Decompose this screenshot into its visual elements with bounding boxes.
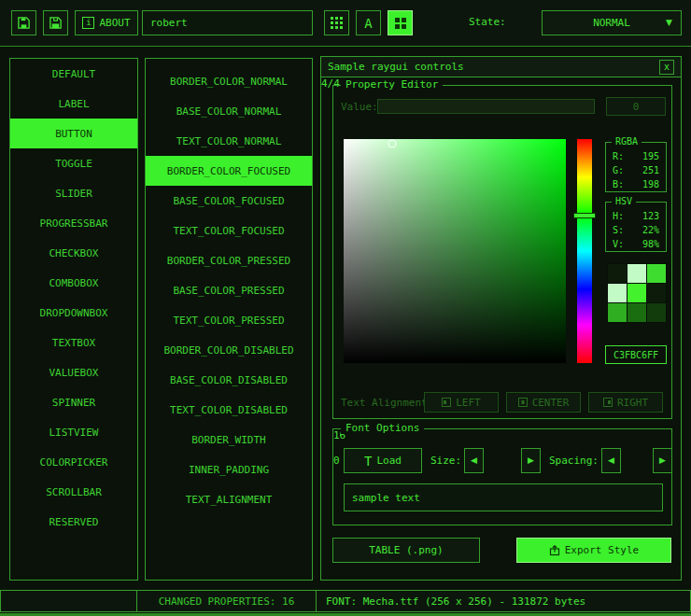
align-center-label: CENTER [532, 397, 570, 409]
property-list-item[interactable]: TEXT_COLOR_FOCUSED [146, 216, 312, 245]
close-icon[interactable]: x [659, 60, 674, 75]
spacing-increase-button[interactable]: ▶ [653, 448, 672, 473]
state-dropdown-value: NORMAL [593, 17, 630, 29]
property-list-item[interactable]: BASE_COLOR_NORMAL [146, 96, 312, 126]
sample-text-input[interactable] [344, 483, 663, 511]
align-right-button[interactable]: RIGHT [588, 392, 663, 413]
controls-list-item[interactable]: DROPDOWNBOX [10, 298, 137, 328]
color-swatch[interactable] [608, 284, 627, 302]
controls-view-button[interactable] [388, 10, 413, 35]
export-format-dropdown[interactable]: TABLE (.png) [332, 538, 480, 563]
text-alignment-label: Text Alignment [341, 397, 428, 409]
controls-list-item-selected[interactable]: BUTTON [10, 119, 137, 148]
controls-list-item[interactable]: SPINNER [10, 387, 137, 417]
align-center-icon [518, 398, 528, 407]
g-label: G: [613, 163, 624, 177]
value-slider [377, 99, 595, 114]
hex-color-field[interactable]: C3FBC6FF [605, 345, 667, 364]
style-table-button[interactable] [324, 10, 349, 35]
sv-cursor[interactable] [388, 139, 397, 147]
h-value: 123 [642, 209, 659, 223]
hsv-group-label: HSV [612, 196, 636, 206]
statusbar-left [0, 590, 137, 612]
property-list-item[interactable]: BASE_COLOR_FOCUSED [146, 186, 312, 216]
color-swatch[interactable] [608, 303, 627, 322]
property-list-item[interactable]: TEXT_ALIGNMENT [146, 484, 312, 514]
font-preview-button[interactable]: A [356, 10, 381, 35]
property-list-item[interactable]: BASE_COLOR_DISABLED [146, 365, 312, 395]
about-button[interactable]: i ABOUT [75, 10, 138, 35]
size-decrease-button[interactable]: ◀ [464, 448, 484, 473]
b-label: B: [613, 177, 624, 191]
v-label: V: [613, 237, 624, 251]
property-list-item-selected[interactable]: BORDER_COLOR_FOCUSED [146, 156, 312, 186]
window-titlebar[interactable]: Sample raygui controls x [321, 57, 681, 77]
property-list-item[interactable]: TEXT_COLOR_NORMAL [146, 126, 312, 156]
color-swatch[interactable] [647, 264, 666, 283]
s-label: S: [613, 223, 624, 237]
color-swatch[interactable] [647, 284, 666, 302]
controls-list-item[interactable]: COMBOBOX [10, 268, 137, 298]
style-color-grid [607, 263, 667, 323]
state-dropdown[interactable]: NORMAL ▼ [542, 10, 682, 35]
property-list-item[interactable]: BORDER_WIDTH [146, 425, 312, 455]
rgba-row: R:195 [606, 149, 666, 163]
controls-list-item[interactable]: LABEL [10, 89, 137, 119]
property-list-item[interactable]: TEXT_COLOR_PRESSED [146, 305, 312, 335]
property-editor-group: Property Editor Value: 0 RGBA R:195 G:25… [332, 85, 672, 419]
font-options-group: Font Options T Load Size: ◀ 16 ▶ Spacing… [332, 428, 672, 525]
font-load-button[interactable]: T Load [344, 448, 422, 473]
save-style-button[interactable] [43, 10, 68, 35]
controls-list-item[interactable]: TEXTBOX [10, 328, 137, 357]
rgba-group-label: RGBA [612, 136, 642, 147]
font-load-label: Load [376, 455, 402, 467]
align-left-label: LEFT [456, 397, 481, 409]
color-swatch[interactable] [628, 303, 646, 322]
spacing-label: Spacing: [549, 455, 599, 467]
align-left-button[interactable]: LEFT [424, 392, 499, 413]
size-label: Size: [430, 455, 461, 467]
property-list-item[interactable]: BORDER_COLOR_PRESSED [146, 245, 312, 275]
property-list-item[interactable]: BORDER_COLOR_DISABLED [146, 335, 312, 365]
controls-list-item[interactable]: COLORPICKER [10, 447, 137, 477]
color-swatch[interactable] [608, 264, 627, 283]
size-increase-button[interactable]: ▶ [521, 448, 541, 473]
property-list-item[interactable]: BORDER_COLOR_NORMAL [146, 66, 312, 96]
controls-list-item[interactable]: CHECKBOX [10, 238, 137, 268]
h-label: H: [613, 209, 624, 223]
export-style-button[interactable]: Export Style [516, 538, 671, 563]
property-list-item[interactable]: TEXT_COLOR_DISABLED [146, 395, 312, 425]
color-swatch[interactable] [628, 264, 646, 283]
property-list-item[interactable]: BASE_COLOR_PRESSED [146, 275, 312, 305]
controls-list-item[interactable]: LISTVIEW [10, 417, 137, 447]
controls-list-item[interactable]: SLIDER [10, 178, 137, 208]
controls-list-item[interactable]: VALUEBOX [10, 357, 137, 387]
align-center-button[interactable]: CENTER [506, 392, 581, 413]
controls-list-item[interactable]: RESERVED [10, 507, 137, 537]
color-swatch[interactable] [628, 284, 646, 302]
load-style-button[interactable] [11, 10, 36, 35]
properties-list: BORDER_COLOR_NORMAL BASE_COLOR_NORMAL TE… [145, 58, 313, 581]
statusbar-font-info: FONT: Mecha.ttf (256 x 256) - 131872 byt… [316, 590, 691, 612]
statusbar-changed-properties: CHANGED PROPERTIES: 16 [136, 590, 317, 612]
hsv-group: HSV H:123 S:22% V:98% [605, 202, 667, 252]
spacing-decrease-button[interactable]: ◀ [601, 448, 621, 473]
chevron-down-icon: ▼ [666, 19, 672, 27]
table-icon [394, 17, 407, 30]
r-label: R: [613, 149, 624, 163]
controls-list-item[interactable]: TOGGLE [10, 148, 137, 178]
color-swatch[interactable] [647, 303, 666, 322]
hue-handle[interactable] [573, 213, 596, 218]
sv-panel[interactable] [344, 139, 566, 363]
left-arrow-icon: ◀ [471, 456, 477, 465]
controls-list-item[interactable]: PROGRESSBAR [10, 208, 137, 238]
controls-list-item[interactable]: DEFAULT [10, 59, 137, 89]
controls-list-item[interactable]: SCROLLBAR [10, 477, 137, 507]
property-list-item[interactable]: INNER_PADDING [146, 455, 312, 484]
rgba-group: RGBA R:195 G:251 B:198 [605, 142, 667, 192]
state-label: State: [469, 16, 506, 28]
value-button: 0 [606, 97, 666, 116]
align-right-label: RIGHT [617, 397, 648, 409]
hue-bar[interactable] [577, 139, 592, 363]
style-name-input[interactable] [142, 10, 313, 35]
